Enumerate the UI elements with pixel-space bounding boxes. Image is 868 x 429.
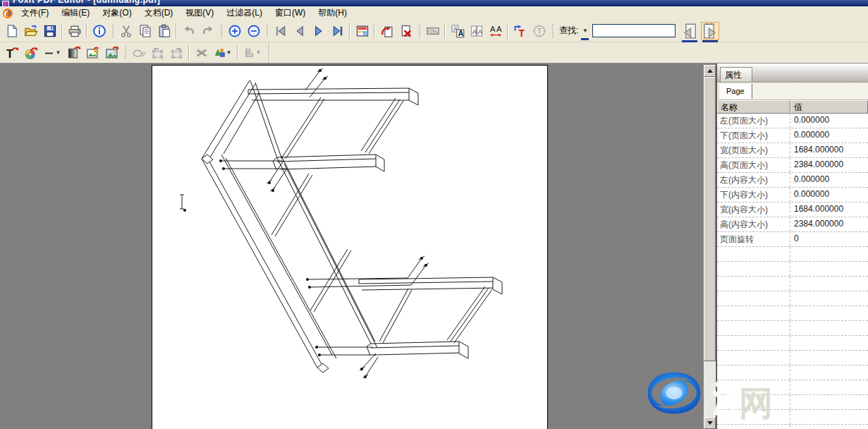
row-value[interactable]: 2384.000000 (790, 217, 868, 231)
new-document-button[interactable] (2, 22, 21, 40)
empty-table-row[interactable] (717, 380, 868, 395)
transform-prev-icon (151, 46, 165, 60)
empty-table-row[interactable] (717, 336, 868, 351)
row-value[interactable]: 0.000000 (790, 114, 868, 128)
row-name: 左(内容大小) (717, 173, 790, 187)
previous-page-button[interactable] (290, 22, 309, 40)
table-row[interactable]: 下(页面大小)0.000000 (717, 128, 868, 143)
empty-table-row[interactable] (717, 321, 868, 336)
undo-button[interactable] (179, 22, 198, 40)
pdf-page[interactable] (152, 65, 548, 429)
chevron-down-icon[interactable]: ▼ (226, 49, 232, 56)
empty-table-row[interactable] (717, 277, 868, 291)
open-file-button[interactable] (21, 22, 40, 40)
edit-color-button[interactable] (21, 44, 40, 62)
row-value[interactable]: 0.000000 (790, 188, 868, 202)
edit-path-button (129, 44, 148, 62)
menu-view[interactable]: 视图(V) (179, 7, 220, 19)
row-value (790, 247, 868, 261)
empty-table-row[interactable] (717, 306, 868, 321)
toolbar-grip (219, 23, 223, 39)
scroll-up-button[interactable] (704, 65, 716, 77)
vertical-scrollbar[interactable] (704, 65, 716, 429)
row-name (717, 306, 790, 320)
column-header-name[interactable]: 名称 (717, 100, 790, 114)
replace-font-icon: AA (451, 24, 465, 38)
find-next-button[interactable] (701, 22, 719, 40)
empty-table-row[interactable] (717, 395, 868, 410)
empty-table-row[interactable] (717, 365, 868, 380)
table-row[interactable]: 左(页面大小)0.000000 (717, 114, 868, 128)
row-value[interactable]: 2384.000000 (790, 158, 868, 172)
find-previous-button[interactable] (681, 23, 698, 40)
paste-button[interactable] (154, 22, 173, 40)
properties-title-tab[interactable]: 属性 (720, 67, 752, 82)
empty-table-row[interactable] (717, 351, 868, 365)
zoom-in-button[interactable] (225, 22, 244, 40)
empty-table-row[interactable] (717, 247, 868, 262)
table-row[interactable]: 高(内容大小)2384.000000 (717, 217, 868, 232)
menu-document[interactable]: 文档(D) (138, 7, 180, 19)
empty-table-row[interactable] (717, 425, 868, 429)
insert-page-button[interactable] (377, 22, 396, 40)
separator (237, 45, 238, 61)
table-row[interactable]: 宽(页面大小)1684.000000 (717, 143, 868, 158)
row-value[interactable]: 0.000000 (790, 128, 868, 143)
edit-image-button[interactable] (83, 44, 102, 62)
cut-button[interactable] (116, 22, 135, 40)
empty-table-row[interactable] (717, 410, 868, 425)
menu-window[interactable]: 窗口(W) (269, 7, 312, 19)
previous-page-icon (293, 24, 307, 38)
empty-table-row[interactable] (717, 291, 868, 306)
menu-edit[interactable]: 编辑(E) (55, 7, 96, 19)
delete-object-button (192, 44, 211, 62)
scroll-down-button[interactable] (704, 417, 716, 429)
chevron-down-icon[interactable]: ▼ (56, 49, 61, 56)
table-row[interactable]: 下(内容大小)0.000000 (717, 188, 868, 203)
redo-button[interactable] (198, 22, 217, 40)
line-style-button[interactable]: ▼ (40, 44, 64, 62)
virtual-keyboard-button[interactable] (423, 22, 442, 40)
scrollbar-thumb[interactable] (704, 77, 716, 361)
add-text-object-button[interactable]: T (511, 22, 530, 40)
find-options-dropdown[interactable]: ▼ (580, 24, 589, 37)
table-row[interactable]: 宽(内容大小)1684.000000 (717, 203, 868, 217)
menu-file[interactable]: 文件(F) (15, 7, 55, 19)
letter-spacing-button[interactable]: AA (486, 22, 505, 40)
compare-font-button[interactable]: AA (467, 22, 486, 40)
next-page-button[interactable] (309, 22, 328, 40)
delete-page-button[interactable] (396, 22, 415, 40)
insert-shape-button[interactable]: ▼ (211, 44, 235, 62)
edit-shading-button[interactable] (64, 44, 83, 62)
row-value[interactable]: 0 (790, 232, 868, 246)
row-value[interactable]: 1684.000000 (790, 143, 868, 157)
tab-page[interactable]: Page (719, 84, 752, 99)
document-info-button[interactable] (90, 22, 109, 40)
last-page-button[interactable] (328, 22, 347, 40)
edit-text-button[interactable]: T (2, 44, 21, 62)
print-button[interactable] (65, 22, 84, 40)
menu-object[interactable]: 对象(O) (96, 7, 137, 19)
copy-button[interactable] (135, 22, 154, 40)
row-value[interactable]: 0.000000 (790, 173, 868, 187)
table-row[interactable]: 高(页面大小)2384.000000 (717, 158, 868, 173)
row-name (717, 277, 790, 291)
text-bound-tool-button[interactable]: T (530, 22, 549, 40)
save-button[interactable] (40, 22, 59, 40)
replace-font-button[interactable]: AA (448, 22, 467, 40)
table-row[interactable]: 页面旋转0 (717, 232, 868, 247)
table-row[interactable]: 左(内容大小)0.000000 (717, 173, 868, 188)
page-layout-button[interactable] (353, 22, 372, 40)
column-header-value[interactable]: 值 (790, 100, 868, 114)
edit-image-icon (86, 46, 100, 60)
menu-filter[interactable]: 过滤器(L) (220, 7, 269, 19)
menu-help[interactable]: 帮助(H) (312, 7, 353, 19)
row-value[interactable]: 1684.000000 (790, 203, 868, 217)
toolbar-grip (265, 23, 269, 39)
zoom-out-button[interactable] (244, 22, 263, 40)
empty-table-row[interactable] (717, 262, 868, 277)
find-input[interactable] (592, 24, 676, 37)
first-page-button[interactable] (271, 22, 290, 40)
transform-next-button (167, 44, 186, 62)
replace-image-button[interactable] (102, 44, 121, 62)
